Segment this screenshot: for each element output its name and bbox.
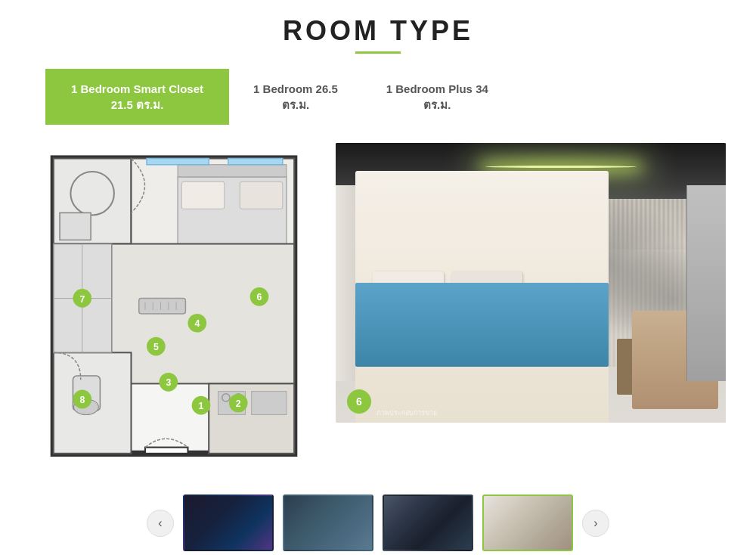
thumbnail-3[interactable] [383,495,473,551]
svg-rect-5 [178,165,287,177]
kitchen-area [686,185,726,381]
room-photo-container: 6 ภาพประกอบการขาย [336,143,726,423]
svg-rect-27 [145,448,187,454]
svg-rect-7 [181,181,224,209]
main-content: 1 2 3 4 5 6 7 [30,143,726,472]
room-tabs: 1 Bedroom Smart Closet21.5 ตร.ม. 1 Bedro… [30,69,726,125]
tab-plus-34[interactable]: 1 Bedroom Plus 34ตร.ม. [362,70,513,123]
page-wrapper: ROOM TYPE 1 Bedroom Smart Closet21.5 ตร.… [0,0,756,555]
ceiling-light [485,166,637,168]
floor-plan-container: 1 2 3 4 5 6 7 [30,143,318,472]
page-title: ROOM TYPE [30,15,726,47]
svg-rect-3 [60,212,91,240]
thumbnail-strip: ‹ › [30,487,726,555]
thumbnail-2[interactable] [283,495,373,551]
photo-caption: ภาพประกอบการขาย [376,408,437,418]
title-underline [355,51,401,54]
svg-rect-28 [147,159,209,165]
room-photo: 6 ภาพประกอบการขาย [336,143,726,423]
svg-rect-21 [139,298,186,314]
bed-sheet [355,283,609,367]
floor-plan-svg: 1 2 3 4 5 6 7 [30,143,318,469]
prev-button[interactable]: ‹ [147,510,174,537]
svg-text:2: 2 [236,398,241,409]
svg-text:4: 4 [194,318,200,329]
thumbnail-1[interactable] [183,495,274,551]
tab-smart-closet[interactable]: 1 Bedroom Smart Closet21.5 ตร.ม. [45,69,229,125]
svg-rect-29 [228,159,283,165]
tab-26[interactable]: 1 Bedroom 26.5ตร.ม. [229,70,362,123]
svg-rect-12 [252,392,287,415]
photo-badge: 6 [347,389,371,414]
svg-text:5: 5 [153,342,159,352]
svg-rect-8 [240,181,282,209]
next-button[interactable]: › [582,510,609,537]
svg-text:8: 8 [79,395,85,405]
title-container: ROOM TYPE [30,15,726,54]
thumbnail-4[interactable] [482,495,573,551]
svg-text:6: 6 [257,292,262,302]
svg-text:1: 1 [199,401,204,411]
svg-text:3: 3 [166,377,171,388]
svg-text:7: 7 [79,294,85,305]
room-interior [336,143,726,423]
